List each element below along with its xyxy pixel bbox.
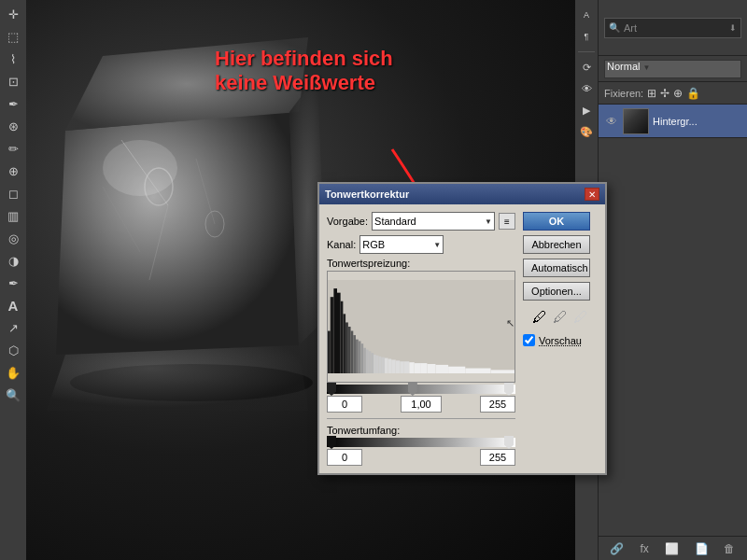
blend-mode-select[interactable]: Normal ▼ (604, 60, 741, 78)
kanal-dropdown-arrow: ▼ (433, 241, 441, 249)
select-tool[interactable]: ⬚ (3, 26, 23, 47)
layer-link-icon[interactable]: 🔗 (610, 542, 624, 555)
vorschau-row: Vorschau (523, 334, 598, 346)
svg-rect-45 (427, 364, 435, 373)
input-values-row (327, 396, 515, 413)
tools-panel: ✛ ⬚ ⌇ ⊡ ✒ ⊛ ✏ ⊕ ◻ ▥ ◎ ◑ ✒ A ↗ ⬡ ✋ 🔍 (0, 0, 26, 560)
paragraph-icon[interactable]: ¶ (577, 27, 596, 46)
dialog-close-button[interactable]: ✕ (585, 188, 599, 201)
kanal-row: Kanal: RGB ▼ (327, 235, 515, 254)
svg-rect-26 (359, 341, 361, 373)
eye-icon[interactable]: 👁 (577, 79, 596, 98)
tonwertspreizung-label: Tonwertspreizung: (327, 258, 515, 269)
presets-menu-button[interactable]: ≡ (499, 213, 515, 230)
vorgabe-dropdown[interactable]: Standard ▼ (372, 212, 495, 231)
svg-marker-1 (56, 112, 299, 355)
svg-point-10 (103, 140, 177, 196)
optionen-button[interactable]: Optionen... (523, 282, 590, 301)
svg-rect-36 (385, 358, 388, 373)
kanal-label: Kanal: (327, 239, 356, 250)
hand-tool[interactable]: ✋ (3, 362, 23, 383)
svg-rect-35 (381, 357, 385, 373)
panel-search-area: 🔍 Art ⬇ (599, 0, 747, 56)
midpoint-input[interactable] (401, 396, 442, 413)
output-white-handle[interactable] (504, 436, 514, 449)
blend-mode-row: Normal ▼ (599, 56, 747, 82)
clone-tool[interactable]: ⊕ (3, 161, 23, 181)
vorgabe-value: Standard (374, 216, 416, 227)
blur-tool[interactable]: ◎ (3, 228, 23, 248)
svg-rect-43 (415, 363, 420, 373)
path-tool[interactable]: ↗ (3, 317, 23, 338)
pen-tool[interactable]: ✒ (3, 273, 23, 293)
brush-tool[interactable]: ✏ (3, 138, 23, 159)
crop-tool[interactable]: ⊡ (3, 71, 23, 91)
lock-all-icon[interactable]: 🔒 (686, 87, 700, 100)
output-black-input[interactable] (327, 449, 362, 466)
output-black-handle[interactable] (327, 436, 336, 449)
svg-rect-19 (341, 301, 344, 373)
shape-tool[interactable]: ⬡ (3, 340, 23, 360)
channels-icon[interactable]: A (577, 6, 596, 24)
svg-rect-30 (369, 351, 372, 373)
output-levels-track (327, 438, 515, 447)
svg-rect-34 (379, 357, 382, 373)
new-layer-icon[interactable]: 📄 (695, 542, 709, 555)
svg-rect-48 (465, 369, 490, 373)
svg-rect-47 (448, 367, 465, 373)
layer-mask-icon[interactable]: ⬜ (665, 542, 679, 555)
kanal-dropdown[interactable]: RGB ▼ (359, 235, 444, 254)
white-eyedropper[interactable]: 🖊 (572, 309, 589, 326)
svg-rect-39 (396, 360, 401, 373)
lock-paint-icon[interactable]: ⊕ (673, 87, 683, 100)
vorschau-checkbox[interactable] (523, 334, 535, 346)
layer-visibility-icon[interactable]: 👁 (604, 114, 619, 129)
paint-icon[interactable]: 🎨 (577, 122, 596, 141)
white-point-input[interactable] (480, 396, 515, 413)
eraser-tool[interactable]: ◻ (3, 183, 23, 203)
vorgabe-dropdown-arrow: ▼ (485, 217, 492, 226)
svg-rect-22 (348, 327, 351, 373)
svg-rect-46 (435, 365, 448, 373)
svg-rect-20 (343, 314, 345, 373)
black-point-input[interactable] (327, 396, 362, 413)
svg-rect-44 (420, 363, 427, 373)
midpoint-handle[interactable] (408, 383, 417, 396)
lock-pixel-icon[interactable]: ✢ (660, 87, 669, 100)
gray-eyedropper[interactable]: 🖊 (552, 309, 569, 326)
delete-layer-icon[interactable]: 🗑 (724, 542, 735, 555)
svg-rect-40 (400, 361, 404, 373)
search-placeholder: Art (624, 22, 637, 34)
automatisch-button[interactable]: Automatisch (523, 259, 590, 277)
lock-pos-icon[interactable]: ⊞ (647, 87, 656, 100)
svg-rect-33 (376, 356, 379, 373)
black-eyedropper[interactable]: 🖊 (531, 309, 548, 326)
eyedropper-tool[interactable]: ✒ (3, 93, 23, 114)
lasso-tool[interactable]: ⌇ (3, 49, 23, 69)
layer-fx-icon[interactable]: fx (640, 542, 648, 555)
zoom-tool[interactable]: 🔍 (3, 385, 23, 405)
spot-heal-tool[interactable]: ⊛ (3, 116, 23, 136)
white-point-handle[interactable] (504, 383, 514, 396)
black-point-handle[interactable] (327, 383, 336, 396)
play-icon[interactable]: ▶ (577, 101, 596, 119)
layer-thumbnail (623, 108, 649, 134)
move-tool[interactable]: ✛ (3, 4, 23, 24)
abbrechen-button[interactable]: Abbrechen (523, 235, 590, 254)
svg-rect-24 (353, 335, 356, 373)
text-tool[interactable]: A (3, 295, 23, 315)
dodge-tool[interactable]: ◑ (3, 250, 23, 271)
svg-rect-15 (328, 331, 331, 373)
output-white-input[interactable] (480, 449, 515, 466)
fixieren-label: Fixieren: (604, 88, 643, 99)
ok-button[interactable]: OK (523, 212, 590, 231)
svg-rect-27 (360, 343, 363, 373)
layer-item[interactable]: 👁 Hintergr... (599, 105, 747, 138)
svg-rect-28 (363, 348, 366, 373)
svg-rect-16 (331, 297, 334, 373)
history-icon[interactable]: ⟳ (577, 58, 596, 77)
eyedroppers-group: 🖊 🖊 🖊 (523, 309, 598, 326)
tonwertumfang-label: Tonwertumfang: (327, 425, 515, 436)
search-bar[interactable]: 🔍 Art ⬇ (604, 18, 741, 38)
gradient-tool[interactable]: ▥ (3, 205, 23, 226)
